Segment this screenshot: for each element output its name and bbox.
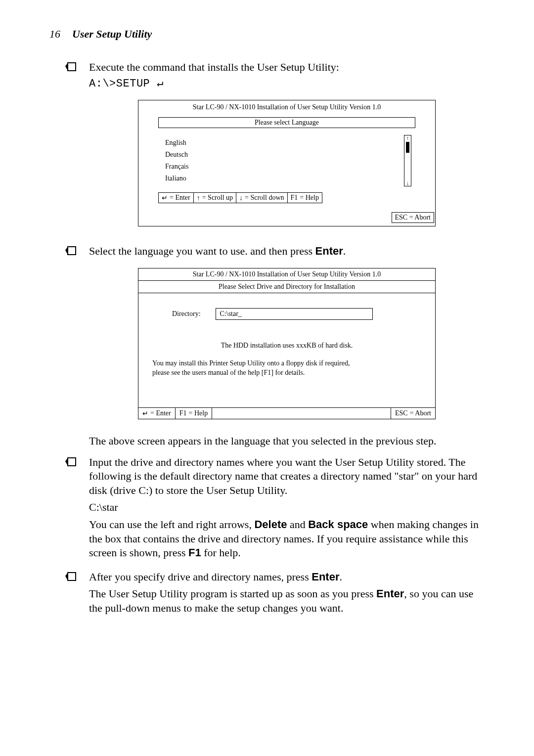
step-text: Execute the command that installs the Us… (89, 60, 485, 75)
delete-key: Delete (254, 518, 287, 531)
step-execute-command: Execute the command that installs the Us… (89, 60, 485, 90)
svg-rect-3 (68, 573, 76, 580)
edit-keys-info: You can use the left and right arrows, D… (89, 518, 485, 560)
checkbox-bullet-icon (65, 61, 79, 74)
scrollbar[interactable]: ↑ ↓ (404, 135, 411, 186)
page: 16User Setup Utility Execute the command… (0, 0, 534, 756)
page-number: 16 (49, 28, 60, 40)
command-line: A:\>SETUP ↵ (89, 77, 485, 90)
language-panel-header: Please select Language (158, 117, 415, 128)
scroll-up-arrow-icon[interactable]: ↑ (406, 135, 409, 141)
up-arrow-icon: ↑ (197, 194, 200, 202)
enter-key: Enter (312, 571, 339, 583)
f1-key: F1 (179, 409, 187, 417)
language-option-deutsch[interactable]: Deutsch (165, 149, 404, 161)
legend-abort: ESC = Abort (392, 212, 434, 223)
running-header: 16User Setup Utility (49, 28, 485, 41)
screen-title: Star LC-90 / NX-1010 Installation of Use… (138, 100, 435, 112)
legend-abort: ESC = Abort (391, 408, 435, 419)
svg-rect-1 (68, 247, 76, 255)
svg-rect-0 (68, 63, 76, 71)
floppy-hint-line-2: please see the users manual of the help … (152, 368, 421, 378)
step-select-language: Select the language you want to use. and… (89, 244, 485, 259)
floppy-hint-line-1: You may install this Printer Setup Utili… (152, 358, 421, 368)
enter-icon: ↵ (142, 409, 148, 417)
checkbox-bullet-icon (65, 245, 79, 258)
screen-title: Star LC-90 / NX-1010 Installation of Use… (138, 268, 435, 281)
scroll-thumb[interactable] (406, 142, 409, 153)
f1-key: F1 (188, 546, 201, 559)
directory-label: Directory: (172, 310, 201, 318)
default-path: C:\star (89, 500, 485, 515)
hdd-usage-info: The HDD installation uses xxxKB of hard … (152, 341, 421, 351)
legend-help: F1 = Help (288, 192, 322, 203)
svg-rect-2 (68, 458, 76, 466)
enter-icon: ↵ (162, 194, 168, 202)
install-screen-directory: Star LC-90 / NX-1010 Installation of Use… (138, 268, 436, 419)
key-legend-row: ↵ = Enter F1 = Help ESC = Abort (138, 407, 435, 419)
step-press-enter: After you specify drive and directory na… (89, 570, 485, 616)
screen-language-note: The above screen appears in the language… (89, 434, 485, 448)
startup-note: The User Setup Utility program is starte… (89, 587, 485, 615)
scroll-down-arrow-icon[interactable]: ↓ (406, 180, 409, 186)
step-text: After you specify drive and directory na… (89, 570, 485, 584)
legend-enter: ↵ = Enter (158, 192, 194, 203)
legend-enter: ↵ = Enter (138, 408, 176, 419)
down-arrow-icon: ↓ (239, 194, 243, 202)
esc-key: ESC (395, 409, 408, 417)
section-title: User Setup Utility (72, 28, 152, 40)
language-option-italiano[interactable]: Italiano (165, 173, 404, 184)
enter-key: Enter (315, 245, 343, 257)
directory-input[interactable]: C:\star_ (216, 308, 373, 320)
checkbox-bullet-icon (65, 456, 79, 469)
legend-scroll-down: ↓ = Scroll down (236, 192, 287, 203)
checkbox-bullet-icon (65, 571, 79, 584)
f1-key: F1 (291, 194, 298, 202)
backspace-key: Back space (308, 518, 368, 531)
language-list: English Deutsch Français Italiano (158, 135, 404, 186)
step-text: Input the drive and directory names wher… (89, 455, 485, 498)
legend-scroll-up: ↑ = Scroll up (194, 192, 236, 203)
key-legend-row: ↵ = Enter ↑ = Scroll up ↓ = Scroll down … (158, 192, 415, 203)
language-option-francais[interactable]: Français (165, 161, 404, 173)
esc-key: ESC (395, 214, 408, 221)
abort-row: ESC = Abort (138, 212, 435, 223)
enter-key: Enter (376, 587, 404, 600)
install-screen-language: Star LC-90 / NX-1010 Installation of Use… (138, 100, 436, 226)
step-text: Select the language you want to use. and… (89, 244, 485, 259)
screen-subtitle: Please Select Drive and Directory for In… (138, 281, 435, 293)
language-option-english[interactable]: English (165, 137, 404, 149)
step-input-directory: Input the drive and directory names wher… (89, 455, 485, 560)
legend-help: F1 = Help (176, 408, 212, 419)
